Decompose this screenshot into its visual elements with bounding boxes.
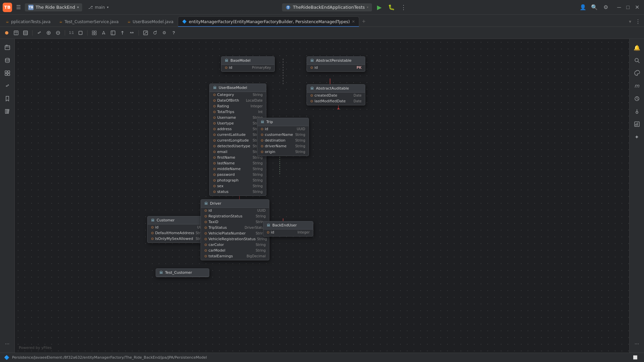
right-more-icon[interactable]: ···: [631, 338, 643, 350]
field-name-id-ap: id: [314, 65, 355, 70]
toolbar-settings-btn[interactable]: ⚙: [160, 29, 168, 37]
toolbar-navigate-btn[interactable]: [100, 29, 108, 37]
right-search-icon[interactable]: [631, 54, 643, 66]
toolbar-export-btn[interactable]: [142, 29, 150, 37]
account-button[interactable]: 👤: [578, 3, 588, 12]
testcustomer-icon: 🏛: [159, 270, 163, 275]
toolbar-entity-btn[interactable]: [3, 29, 11, 37]
toolbar-grid-btn[interactable]: [90, 29, 98, 37]
maximize-button[interactable]: □: [624, 4, 632, 10]
sidebar-structure-icon[interactable]: [1, 67, 13, 79]
project-info[interactable]: TB The Ride BackEnd ▾: [25, 3, 82, 11]
customer-title: Customer: [157, 218, 174, 222]
toolbar-arrange2-btn[interactable]: [128, 29, 136, 37]
entity-card-abstractauditable[interactable]: 🏛 AbstractAuditable ⊙ createdDate Date ⊙…: [307, 84, 365, 105]
drv-fi6: ⊙: [204, 237, 207, 241]
toolbar-fit-btn[interactable]: [76, 29, 85, 37]
tabs-overflow-button[interactable]: ▾: [627, 16, 633, 27]
tab-close-button[interactable]: ✕: [352, 19, 355, 24]
toolbar-refresh-btn[interactable]: [151, 29, 159, 37]
run-button[interactable]: ▶: [375, 3, 384, 12]
field-row-id-ap: ⊙ id PK: [307, 65, 365, 71]
toolbar-arrange-btn[interactable]: [118, 29, 126, 37]
toolbar-columns-btn[interactable]: [21, 29, 30, 37]
entity-header-basemodel: 🏛 BaseModel: [221, 57, 274, 65]
testcustomer-title: Test_Customer: [165, 270, 192, 275]
fi12: ⊙: [213, 156, 216, 159]
close-button[interactable]: ✕: [633, 4, 641, 10]
tab-icon: ☕: [6, 19, 9, 24]
entity-header-abstractauditable: 🏛 AbstractAuditable: [307, 85, 365, 93]
run-config[interactable]: T TheRideBackEndApplicationTests ▾: [282, 3, 372, 11]
sidebar-project-icon[interactable]: [1, 42, 13, 54]
tabs-settings-button[interactable]: ⋮: [633, 17, 643, 26]
entity-card-driver[interactable]: 🏛 Driver ⊙ id UUID ⊙ RegistrationStatus …: [201, 199, 269, 260]
toolbar-panel-btn[interactable]: [109, 29, 117, 37]
main-canvas[interactable]: 🏛 BaseModel ⊙ id PrimaryKey 🏛 AbstractPe…: [15, 39, 629, 353]
field-icon-createddate: ⊙: [310, 94, 313, 97]
entity-card-trip[interactable]: 🏛 Trip ⊙ id UUID ⊙ customerName String ⊙…: [257, 118, 309, 156]
tab-label-3: UserBaseModel.java: [133, 19, 174, 24]
status-expand-button[interactable]: ⬜: [631, 353, 640, 362]
minimize-button[interactable]: ─: [615, 4, 623, 10]
basemodel-title: BaseModel: [230, 58, 251, 63]
fi11: ⊙: [213, 150, 216, 154]
sidebar-library-icon[interactable]: [1, 105, 13, 117]
fi7: ⊙: [213, 127, 216, 131]
fi1: ⊙: [213, 93, 216, 97]
entity-card-abstractpersistable[interactable]: 🏛 AbstractPersistable ⊙ id PK: [307, 56, 365, 72]
sidebar-more-icon[interactable]: ···: [1, 338, 13, 350]
entity-card-customer[interactable]: 🏛 Customer ⊙ id UUID ⊙ DefaultHomeAddres…: [147, 216, 209, 243]
trip-fi1: ⊙: [261, 127, 263, 131]
right-report-icon[interactable]: [631, 118, 643, 130]
entity-card-basemodel[interactable]: 🏛 BaseModel ⊙ id PrimaryKey: [221, 56, 275, 72]
run-config-icon: T: [285, 5, 291, 10]
tab-customerservice[interactable]: ☕ Test_CustomerService.java: [55, 16, 123, 27]
right-m-icon[interactable]: m: [631, 80, 643, 92]
field-row-createddate: ⊙ createdDate Date: [307, 93, 365, 98]
trip-icon: 🏛: [261, 120, 264, 124]
debug-button[interactable]: 🐛: [387, 3, 396, 12]
right-history-icon[interactable]: [631, 93, 643, 105]
search-button[interactable]: 🔍: [590, 3, 599, 12]
toolbar-help-btn[interactable]: ?: [170, 29, 178, 37]
fi5: ⊙: [213, 116, 216, 119]
entity-card-backenduser[interactable]: 🏛 BackEndUser ⊙ id Integer: [263, 221, 313, 237]
right-brush-icon[interactable]: [631, 105, 643, 117]
svg-text:T: T: [287, 6, 289, 9]
right-sidebar: 🔔 m ✦ ···: [629, 39, 644, 353]
toolbar-add-btn[interactable]: [45, 29, 53, 37]
app-logo: TB: [3, 3, 12, 12]
hamburger-icon[interactable]: ☰: [15, 3, 22, 12]
tab-entitymanager[interactable]: 🔷 entityManagerFactory(EntityManagerFact…: [178, 16, 359, 27]
diagram-toolbar: 1:1 ⚙ ?: [0, 27, 644, 39]
new-tab-button[interactable]: +: [359, 16, 368, 27]
run-config-dropdown: ▾: [367, 5, 369, 9]
entity-card-testcustomer[interactable]: 🏛 Test_Customer: [156, 268, 209, 277]
field-icon-id-bm: ⊙: [225, 66, 227, 69]
status-bar: 🔷 Persistence/JavaeeElement:/8f32a632/en…: [0, 353, 644, 362]
svg-rect-17: [95, 31, 96, 33]
drv-fi7: ⊙: [204, 243, 207, 247]
field-name-createddate: createdDate: [314, 93, 352, 98]
abstractauditable-title: AbstractAuditable: [316, 86, 349, 91]
drv-fi4: ⊙: [204, 226, 207, 229]
field-type-createddate: Date: [354, 94, 362, 97]
field-icon-lastmodifieddate: ⊙: [310, 99, 313, 103]
right-stars-icon[interactable]: ✦: [631, 131, 643, 143]
sidebar-link-icon[interactable]: [1, 80, 13, 92]
more-run-button[interactable]: ⋮: [399, 3, 408, 12]
sidebar-database-icon[interactable]: [1, 54, 13, 66]
branch-info[interactable]: ⎇ main ▾: [85, 4, 112, 11]
tab-applicationtests[interactable]: ☕ pplicationTests.java: [1, 16, 55, 27]
toolbar-table-btn[interactable]: [12, 29, 20, 37]
toolbar-remove-btn[interactable]: [54, 29, 62, 37]
settings-button[interactable]: ⚙: [601, 3, 610, 12]
toolbar-ratio-btn[interactable]: 1:1: [68, 29, 75, 37]
right-notifications-icon[interactable]: 🔔: [631, 42, 643, 54]
right-palette-icon[interactable]: [631, 67, 643, 79]
svg-point-31: [5, 58, 9, 60]
sidebar-bookmark-icon[interactable]: [1, 93, 13, 105]
tab-userbasemodel[interactable]: ☕ UserBaseModel.java: [123, 16, 178, 27]
toolbar-link-btn[interactable]: [35, 29, 43, 37]
